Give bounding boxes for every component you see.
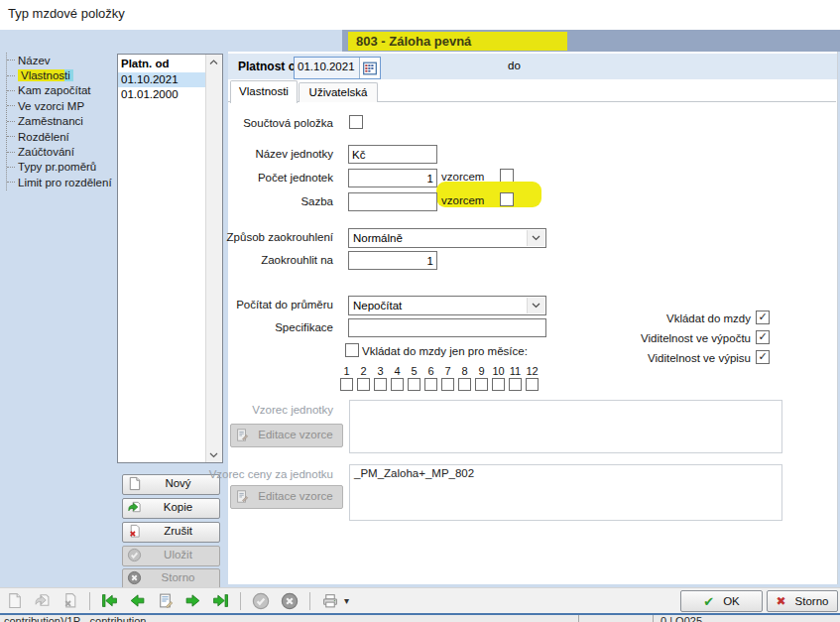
toolbar-next-record-button[interactable] [184,592,201,609]
main-window-body: 803 - Záloha pevná Název Vlastnosti Kam … [0,30,840,587]
month-number: 7 [439,365,456,377]
validity-list-item[interactable]: 01.01.2000 [118,87,206,102]
month-number: 5 [406,365,422,377]
delete-button[interactable]: Zrušit [122,522,220,543]
month-8-checkbox[interactable] [458,378,471,391]
month-number: 6 [422,365,439,377]
status-bar: contribution)/1P - contribution 0 | O025 [0,613,840,622]
toolbar-separator [240,592,241,610]
print-icon [321,592,339,609]
chevron-down-icon[interactable] [527,298,544,313]
rounding-method-select[interactable]: Normálně [348,228,546,248]
scroll-down-icon[interactable] [206,447,221,462]
copy-button[interactable]: Kopie [122,498,220,519]
month-9-checkbox[interactable] [475,378,488,391]
sum-item-checkbox[interactable] [349,115,363,129]
sidebar-item-rozdeleni[interactable]: Rozdělení [7,129,112,144]
status-right-text: 0 | O025 [660,615,702,622]
month-number: 11 [507,365,524,377]
toolbar-previous-record-button[interactable] [129,592,146,609]
month-11-checkbox[interactable] [509,378,522,391]
month-5-checkbox[interactable] [408,378,420,391]
sidebar-item-ve-vzorci-mp[interactable]: Ve vzorci MP [7,98,112,113]
month-6-checkbox[interactable] [424,378,437,391]
month-1-checkbox[interactable] [340,378,353,391]
calendar-button[interactable] [359,58,380,78]
month-7-checkbox[interactable] [441,378,454,391]
specification-label: Specifikace [188,321,333,333]
new-document-icon [6,592,23,609]
visible-in-calc-checkbox[interactable] [756,330,770,344]
status-separator [653,615,654,622]
app-window: Typ mzdové položky 803 - Záloha pevná Ná… [0,0,840,622]
insert-to-wage-checkbox[interactable] [756,311,770,324]
record-header-bar: 803 - Záloha pevná [342,30,840,52]
month-number: 9 [473,365,490,377]
sidebar-item-vlastnosti[interactable]: Vlastnosti [7,67,112,82]
save-button[interactable]: Uložit [122,546,220,566]
unit-count-formula-checkbox[interactable] [500,169,514,183]
visible-in-report-checkbox[interactable] [756,350,770,364]
months-only-checkbox[interactable] [345,343,359,357]
confirm-circle-icon [252,592,270,610]
unit-count-input[interactable] [348,169,437,187]
sidebar-item-zauctovani[interactable]: Zaúčtování [7,144,112,159]
month-number: 1 [338,365,355,377]
sidebar-item-kam-zapocitat[interactable]: Kam započítat [7,83,112,98]
visible-in-report-label: Viditelnost ve výpisu [513,352,751,364]
validity-from-field[interactable]: 01.10.2021 [294,57,381,79]
tab-uzivatelska[interactable]: Uživatelská [299,82,378,102]
month-12-checkbox[interactable] [526,378,539,391]
rate-input[interactable] [348,192,437,211]
page-title: Typ mzdové položky [8,6,125,21]
sidebar-item-nazev[interactable]: Název [7,53,112,67]
sidebar-item-zamestnanci[interactable]: Zaměstnanci [7,114,112,129]
toolbar-cancel-button[interactable] [281,592,299,610]
record-title-highlight: 803 - Záloha pevná [348,32,567,51]
price-formula-field[interactable]: _PM_Zaloha+_MP_802 [349,464,782,521]
chevron-down-icon[interactable] [527,230,544,246]
dropdown-caret-icon[interactable]: ▾ [344,595,349,606]
rate-formula-label: vzorcem [441,194,484,206]
month-number: 4 [389,365,406,377]
rate-formula-checkbox[interactable] [500,192,514,206]
copy-document-icon [34,592,51,609]
month-3-checkbox[interactable] [374,378,387,391]
edit-record-icon [157,592,174,609]
toolbar-copy-button[interactable] [34,592,51,609]
month-10-checkbox[interactable] [492,378,505,391]
insert-to-wage-label: Vkládat do mzdy [513,312,751,324]
toolbar-last-record-button[interactable] [212,592,229,609]
rate-label: Sazba [188,195,333,207]
toolbar-first-record-button[interactable] [101,592,118,609]
toolbar-delete-button[interactable] [61,592,78,609]
month-2-checkbox[interactable] [357,378,370,391]
months-only-label: Vkládat do mzdy jen pro měsíce: [362,345,528,357]
toolbar-edit-record-button[interactable] [157,592,174,609]
validity-list-item[interactable]: 01.10.2021 [118,72,206,87]
month-4-checkbox[interactable] [391,378,404,391]
edit-unit-formula-button[interactable]: Editace vzorce [230,424,343,447]
toolbar-confirm-button[interactable] [252,592,270,610]
unit-name-input[interactable] [348,145,437,164]
first-record-icon [101,592,118,609]
scroll-up-icon[interactable] [206,55,221,69]
check-icon: ✔ [703,594,714,609]
price-formula-value: _PM_Zaloha+_MP_802 [354,467,474,479]
ok-button[interactable]: ✔ OK [680,590,763,612]
validity-from-value[interactable]: 01.10.2021 [295,58,359,78]
detail-panel: Platnost od 01.10.2021 do Vlastnosti Uži… [228,52,838,584]
round-to-label: Zaokrouhlit na [188,254,333,266]
calendar-icon [363,62,377,75]
edit-price-formula-button[interactable]: Editace vzorce [230,485,343,509]
unit-formula-field[interactable] [349,400,782,453]
month-number: 3 [372,365,389,377]
toolbar-print-button[interactable] [321,592,339,609]
tab-vlastnosti[interactable]: Vlastnosti [230,80,298,103]
toolbar-new-button[interactable] [6,592,23,609]
footer-storno-button[interactable]: ✖ Storno [767,590,838,612]
storno-button[interactable]: Storno [122,568,220,589]
sidebar-item-typy-pr-pomeru[interactable]: Typy pr.poměrů [7,160,112,175]
round-to-input[interactable] [348,251,437,270]
sidebar-item-limit-pro-rozdeleni[interactable]: Limit pro rozdělení [7,175,112,189]
